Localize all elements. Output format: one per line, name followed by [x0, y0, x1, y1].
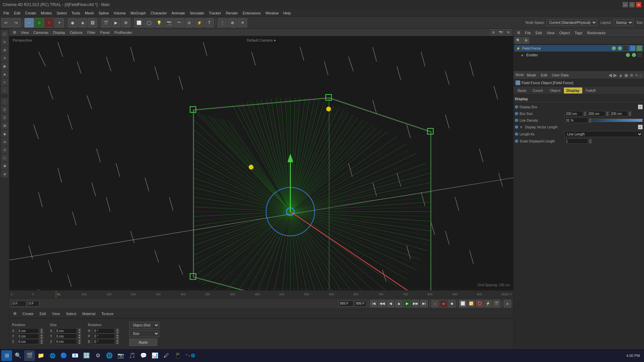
- motext-tool[interactable]: T: [205, 18, 214, 27]
- go-start-button[interactable]: |◀: [370, 300, 377, 307]
- mat-edit[interactable]: Edit: [38, 311, 48, 316]
- obj-tags[interactable]: Tags: [573, 30, 584, 36]
- playback-mode-1[interactable]: ⬜: [459, 300, 467, 307]
- snap-btn[interactable]: ⊕: [228, 18, 237, 27]
- lights-btn[interactable]: ☀: [238, 18, 247, 27]
- obj-emitter[interactable]: ◈ Emitter: [514, 52, 643, 58]
- menu-file[interactable]: File: [1, 10, 11, 16]
- emitter-lock[interactable]: [637, 53, 642, 57]
- attr-nav-4[interactable]: ⌂: [639, 72, 642, 78]
- light-tool[interactable]: 💡: [154, 18, 164, 27]
- edit-mode[interactable]: ◈: [78, 18, 87, 27]
- playback-mode-2[interactable]: 🔁: [468, 300, 475, 307]
- texture-mode[interactable]: 🖼: [88, 18, 97, 27]
- playback-mode-4[interactable]: ⚡: [484, 300, 492, 307]
- box-y-down[interactable]: ▼: [606, 114, 609, 116]
- b-rot-down[interactable]: ▼: [116, 342, 119, 344]
- prev-frame-button[interactable]: ◀◀: [378, 300, 386, 307]
- menu-modes[interactable]: Modes: [39, 10, 54, 16]
- y-size-up[interactable]: ▲: [78, 334, 81, 336]
- left-btn-15[interactable]: ⊙: [1, 146, 8, 154]
- app5-taskbar[interactable]: 🖊: [161, 350, 172, 361]
- p-rot-up[interactable]: ▲: [116, 334, 119, 336]
- menu-help[interactable]: Help: [281, 10, 293, 16]
- calculator-taskbar[interactable]: 🔢: [81, 350, 92, 361]
- vector-expand-icon[interactable]: ▼: [520, 125, 523, 129]
- coord-mode-select[interactable]: Object (Rel): [129, 322, 159, 329]
- mat-texture[interactable]: Texture: [99, 311, 115, 316]
- left-btn-16[interactable]: ⬡: [1, 154, 8, 162]
- attr-nav-3[interactable]: ≡: [635, 72, 638, 78]
- move-tool[interactable]: ↔: [24, 18, 34, 27]
- size-mode-select[interactable]: Size: [129, 330, 159, 337]
- p-rot-down[interactable]: ▼: [116, 336, 119, 339]
- attr-edit-btn[interactable]: Edit: [539, 72, 549, 78]
- app2-taskbar[interactable]: 🎵: [127, 350, 138, 361]
- menu-extensions[interactable]: Extensions: [240, 10, 263, 16]
- current-frame-input[interactable]: [11, 301, 26, 307]
- c4d-taskbar[interactable]: 🎬: [24, 350, 35, 361]
- vp-menu-cameras[interactable]: Cameras: [32, 30, 50, 35]
- left-btn-12[interactable]: ⌘: [1, 122, 8, 129]
- menu-edit[interactable]: Edit: [12, 10, 22, 16]
- mat-grid-icon[interactable]: ⊞: [11, 311, 18, 316]
- next-frame-button[interactable]: ▶▶: [412, 300, 419, 307]
- camera-tool[interactable]: 📷: [164, 18, 174, 27]
- menu-volume[interactable]: Volume: [112, 10, 128, 16]
- obj-file[interactable]: File: [523, 30, 533, 36]
- vp-icon-camera[interactable]: 📷: [498, 29, 504, 36]
- emitter-render[interactable]: [632, 53, 636, 57]
- left-btn-3[interactable]: ⊕: [1, 46, 8, 54]
- attr-nav-up[interactable]: ▲: [619, 72, 623, 78]
- menu-character[interactable]: Character: [149, 10, 169, 16]
- left-btn-11[interactable]: S: [1, 114, 8, 121]
- x-size-input[interactable]: [55, 328, 77, 334]
- chrome-taskbar[interactable]: 🌐: [47, 350, 58, 361]
- menu-mograph[interactable]: MoGraph: [128, 10, 148, 16]
- tab-display[interactable]: Display: [564, 87, 582, 94]
- box-x-down[interactable]: ▼: [584, 114, 586, 116]
- preview-end-input[interactable]: [355, 301, 366, 307]
- box-size-x[interactable]: [565, 111, 583, 116]
- tab-basic[interactable]: Basic: [515, 87, 529, 94]
- ie-taskbar[interactable]: 🔵: [58, 350, 69, 361]
- vp-icon-layout[interactable]: ⊞: [490, 29, 496, 36]
- app1-taskbar[interactable]: 📷: [115, 350, 126, 361]
- obj-edit[interactable]: Edit: [534, 30, 544, 36]
- h-rot-up[interactable]: ▲: [116, 328, 119, 331]
- x-pos-up[interactable]: ▲: [40, 328, 43, 331]
- left-btn-6[interactable]: ◈: [1, 70, 8, 78]
- field-force-tag[interactable]: [630, 46, 635, 51]
- attr-nav-forward[interactable]: ▶: [613, 72, 617, 78]
- box-z-up[interactable]: ▲: [629, 111, 631, 114]
- attr-nav-1[interactable]: ◉: [624, 72, 628, 78]
- start-button[interactable]: ⊞: [1, 350, 12, 361]
- obj-object[interactable]: Object: [557, 30, 572, 36]
- playback-mode-5[interactable]: 🎬: [493, 300, 500, 307]
- keyframe-button[interactable]: ◆: [448, 300, 455, 307]
- h-rot-down[interactable]: ▼: [116, 331, 119, 334]
- maximize-button[interactable]: □: [629, 2, 635, 7]
- p-rot-input[interactable]: [93, 334, 115, 339]
- timeline-ruler[interactable]: 0 0 51 100 150 200 250 300 350 400 450 5…: [9, 290, 513, 298]
- attr-mode-btn[interactable]: Mode: [525, 72, 538, 78]
- mail-taskbar[interactable]: 📧: [70, 350, 80, 361]
- sphere-tool[interactable]: ◯: [144, 18, 154, 27]
- menu-simulate[interactable]: Simulate: [188, 10, 206, 16]
- tab-falloff[interactable]: Falloff: [583, 87, 598, 94]
- vp-icon-settings[interactable]: ⚙: [505, 29, 511, 36]
- timeline-track[interactable]: 0 51 100 150 200 250 300 350 400 450 500…: [32, 291, 502, 298]
- play-button[interactable]: ▶: [404, 300, 411, 307]
- browser2-taskbar[interactable]: 🌐: [104, 350, 115, 361]
- display-vector-checkbox[interactable]: ✓: [638, 125, 643, 129]
- emitter-visibility[interactable]: [626, 53, 630, 57]
- left-btn-1[interactable]: ⬡: [1, 30, 8, 38]
- transform-tool[interactable]: ✦: [55, 18, 64, 27]
- scale-length-input[interactable]: [565, 138, 588, 144]
- line-density-input[interactable]: [565, 118, 588, 123]
- rotate-tool[interactable]: ↻: [45, 18, 54, 27]
- x-size-down[interactable]: ▼: [78, 331, 81, 334]
- z-pos-up[interactable]: ▲: [40, 339, 43, 342]
- attr-nav-2[interactable]: ⊕: [630, 72, 634, 78]
- left-btn-5[interactable]: ◉: [1, 62, 8, 70]
